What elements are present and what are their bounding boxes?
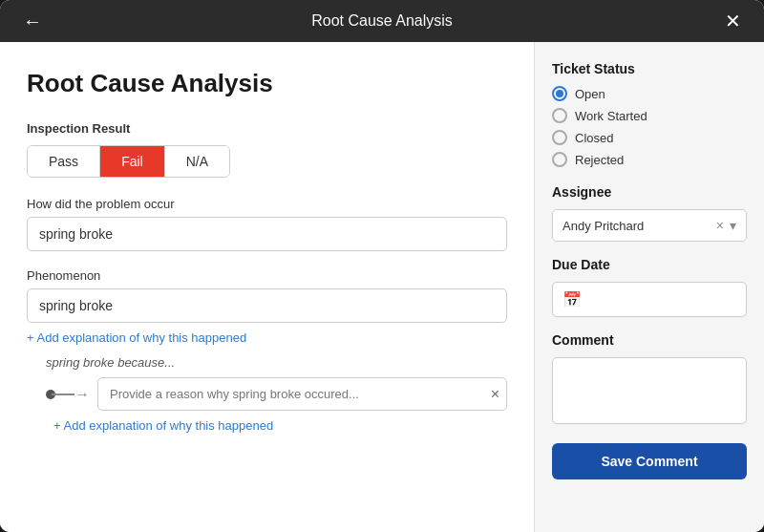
status-work-started[interactable]: Work Started [552, 108, 747, 123]
inspection-pass-button[interactable]: Pass [28, 146, 100, 177]
modal-header: ← Root Cause Analysis ✕ [0, 0, 764, 42]
modal: ← Root Cause Analysis ✕ Root Cause Analy… [0, 0, 764, 532]
radio-closed-circle [552, 130, 567, 145]
because-row: → × [46, 377, 507, 411]
comment-section: Comment [552, 332, 747, 428]
status-closed[interactable]: Closed [552, 130, 747, 145]
ticket-status-group: Open Work Started Closed Rejected [552, 86, 747, 167]
status-rejected-label: Rejected [575, 153, 624, 167]
add-explanation-2[interactable]: + Add explanation of why this happened [46, 418, 273, 433]
assignee-controls: × ▾ [716, 218, 736, 233]
left-panel: Root Cause Analysis Inspection Result Pa… [0, 42, 534, 532]
status-closed-label: Closed [575, 131, 613, 145]
because-section: spring broke because... → × + Add explan… [27, 355, 507, 434]
assignee-name: Andy Pritchard [562, 219, 644, 233]
due-date-input[interactable]: 📅 [552, 282, 747, 317]
assignee-dropdown[interactable]: Andy Pritchard × ▾ [552, 209, 747, 242]
because-clear-icon[interactable]: × [491, 386, 499, 403]
right-panel: Ticket Status Open Work Started Closed R… [535, 42, 764, 532]
assignee-section: Assignee Andy Pritchard × ▾ [552, 184, 747, 242]
modal-body: Root Cause Analysis Inspection Result Pa… [0, 42, 764, 532]
inspection-buttons: Pass Fail N/A [27, 145, 230, 178]
because-input[interactable] [97, 377, 507, 411]
page-title: Root Cause Analysis [27, 69, 507, 98]
status-work-started-label: Work Started [575, 109, 647, 123]
problem-label: How did the problem occur [27, 197, 507, 211]
assignee-label: Assignee [552, 184, 747, 200]
phenomenon-input[interactable] [27, 288, 507, 323]
status-open[interactable]: Open [552, 86, 747, 101]
inspection-label: Inspection Result [27, 121, 507, 136]
header-left: ← [15, 7, 50, 36]
assignee-clear-icon[interactable]: × [716, 218, 724, 233]
radio-open-circle [552, 86, 567, 101]
because-label: spring broke because... [46, 355, 507, 370]
due-date-section: Due Date 📅 [552, 257, 747, 317]
because-input-wrap: × [97, 377, 507, 411]
status-rejected[interactable]: Rejected [552, 152, 747, 167]
inspection-na-button[interactable]: N/A [165, 146, 229, 177]
close-button[interactable]: ✕ [717, 6, 749, 36]
arrow-icon: → [74, 386, 90, 403]
status-open-label: Open [575, 87, 605, 101]
inspection-fail-button[interactable]: Fail [100, 146, 165, 177]
back-button[interactable]: ← [15, 7, 50, 36]
calendar-icon: 📅 [562, 290, 582, 309]
add-explanation-1[interactable]: + Add explanation of why this happened [27, 330, 246, 345]
phenomenon-group: Phenomenon + Add explanation of why this… [27, 268, 507, 434]
problem-group: How did the problem occur [27, 197, 507, 251]
radio-rejected-circle [552, 152, 567, 167]
header-right: ✕ [717, 6, 749, 36]
radio-work-started-circle [552, 108, 567, 123]
ticket-status-label: Ticket Status [552, 61, 747, 76]
comment-textarea[interactable] [552, 357, 747, 424]
save-comment-button[interactable]: Save Comment [552, 443, 747, 479]
problem-input[interactable] [27, 217, 507, 251]
modal-title: Root Cause Analysis [311, 12, 453, 30]
arrow-line [52, 394, 74, 395]
due-date-label: Due Date [552, 257, 747, 272]
comment-label: Comment [552, 332, 747, 348]
phenomenon-label: Phenomenon [27, 268, 507, 283]
chevron-down-icon[interactable]: ▾ [730, 218, 736, 233]
inspection-result-group: Inspection Result Pass Fail N/A [27, 121, 507, 178]
